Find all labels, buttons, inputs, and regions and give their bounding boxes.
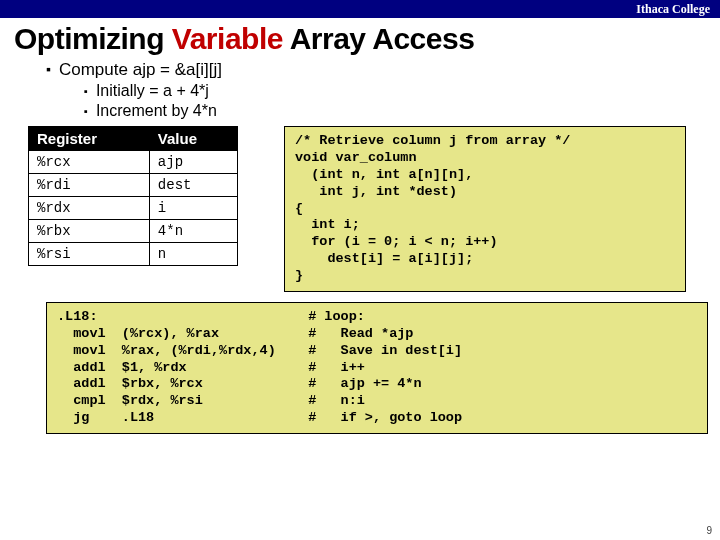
title-post: Array Access: [283, 22, 474, 55]
college-name: Ithaca College: [636, 0, 710, 18]
page-title: Optimizing Variable Array Access: [14, 22, 720, 56]
register-table: Register Value %rcxajp %rdidest %rdxi %r…: [28, 126, 238, 266]
title-pre: Optimizing: [14, 22, 172, 55]
bullet-2a: Initially = a + 4*j: [84, 82, 706, 100]
table-row: %rdxi: [29, 197, 238, 220]
bullet-1: Compute ajp = &a[i][j]: [46, 60, 706, 80]
header-bar: Ithaca College: [0, 0, 720, 18]
c-code-box: /* Retrieve column j from array */ void …: [284, 126, 686, 292]
table-row: %rsin: [29, 243, 238, 266]
col-register: Register: [29, 127, 150, 151]
table-row: %rbx4*n: [29, 220, 238, 243]
title-red: Variable: [172, 22, 283, 55]
asm-code-box: .L18: # loop: movl (%rcx), %rax # Read *…: [46, 302, 708, 434]
bullet-2b: Increment by 4*n: [84, 102, 706, 120]
col-value: Value: [149, 127, 237, 151]
table-row: %rcxajp: [29, 151, 238, 174]
table-row: %rdidest: [29, 174, 238, 197]
page-number: 9: [706, 525, 712, 536]
